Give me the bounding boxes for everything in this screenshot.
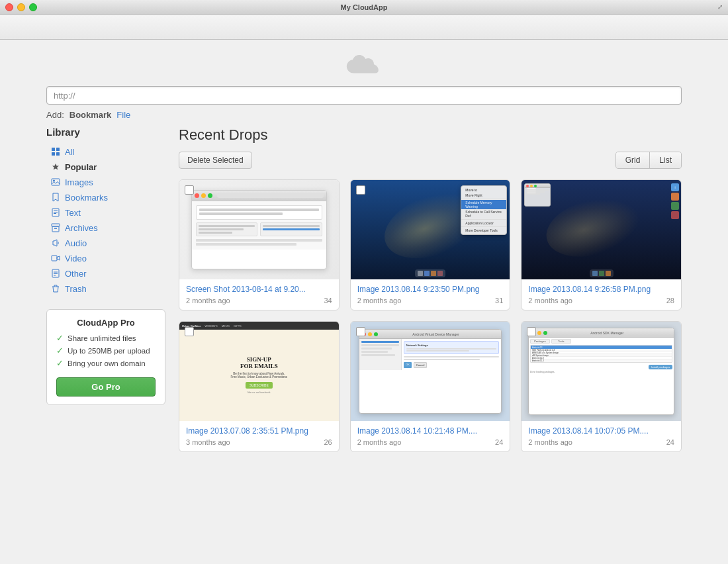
- grid-item-name-1: Screen Shot 2013-08-14 at 9.20...: [186, 285, 332, 294]
- grid-item-meta-6: 2 months ago 24: [528, 438, 674, 446]
- go-pro-button[interactable]: Go Pro: [56, 377, 156, 397]
- sidebar-item-popular[interactable]: Popular: [46, 160, 165, 174]
- add-label: Add:: [46, 110, 64, 120]
- svg-rect-0: [52, 148, 55, 151]
- pro-feature-2: ✓ Up to 250MB per upload: [56, 346, 156, 355]
- recent-drops-title: Recent Drops: [179, 126, 268, 144]
- view-toggle: Grid List: [615, 152, 682, 169]
- grid-item-checkbox-4[interactable]: [185, 327, 194, 336]
- check-icon-3: ✓: [56, 358, 64, 368]
- archives-icon: [50, 222, 61, 233]
- sidebar-item-archives[interactable]: Archives: [46, 220, 165, 235]
- grid-item-meta-1: 2 months ago 34: [186, 297, 332, 305]
- sidebar-item-trash[interactable]: Trash: [46, 281, 165, 296]
- all-icon: [50, 146, 61, 157]
- grid-item-thumb-1: [179, 180, 339, 279]
- grid-item-checkbox-5[interactable]: [356, 327, 365, 336]
- grid-item-meta-4: 3 months ago 26: [186, 438, 332, 446]
- grid-item-2[interactable]: Move to Move Right Schedule Memory Warni…: [350, 179, 511, 310]
- pro-box: CloudApp Pro ✓ Share unlimited files ✓ U…: [46, 309, 165, 405]
- grid-item-count-4: 26: [324, 438, 332, 446]
- sidebar-item-label-all: All: [65, 147, 74, 157]
- text-icon: [50, 207, 61, 218]
- svg-rect-2: [52, 152, 55, 156]
- grid-item-count-5: 24: [495, 438, 503, 446]
- audio-icon: [50, 238, 61, 248]
- sidebar-item-images[interactable]: Images: [46, 175, 165, 189]
- sidebar-item-label-archives: Archives: [65, 223, 98, 233]
- grid-item-info-5: Image 2013.08.14 10:21:48 PM.... 2 month…: [351, 421, 510, 451]
- add-bookmark-link[interactable]: Bookmark: [69, 110, 112, 120]
- bookmarks-icon: [50, 192, 61, 203]
- grid-item-checkbox-6[interactable]: [527, 327, 536, 336]
- close-button[interactable]: [5, 3, 13, 11]
- grid-item-4[interactable]: Urban Outfitter WOMEN'S MEN'S GIFTS SIGN…: [179, 321, 340, 452]
- grid-item-thumb-4: Urban Outfitter WOMEN'S MEN'S GIFTS SIGN…: [179, 322, 339, 421]
- svg-rect-1: [56, 148, 60, 151]
- grid-item-count-1: 34: [324, 297, 332, 305]
- minimize-button[interactable]: [17, 3, 25, 11]
- check-icon-2: ✓: [56, 346, 64, 355]
- grid-item-name-6: Image 2013.08.14 10:07:05 PM....: [528, 426, 674, 436]
- grid-item-1[interactable]: Screen Shot 2013-08-14 at 9.20... 2 mont…: [179, 179, 340, 310]
- grid-item-name-3: Image 2013.08.14 9:26:58 PM.png: [528, 285, 674, 294]
- popular-icon: [50, 162, 61, 172]
- video-icon: [50, 253, 61, 263]
- grid-item-checkbox-1[interactable]: [185, 185, 194, 195]
- grid-item-count-6: 24: [666, 438, 674, 446]
- pro-feature-label-1: Share unlimited files: [68, 334, 136, 342]
- grid-item-meta-3: 2 months ago 28: [528, 297, 674, 305]
- svg-rect-11: [52, 226, 59, 232]
- cloud-icon: [344, 53, 384, 79]
- sidebar-item-label-popular: Popular: [65, 162, 97, 172]
- sidebar-item-label-text: Text: [65, 208, 81, 218]
- grid-item-meta-2: 2 months ago 31: [357, 297, 504, 305]
- sidebar-item-other[interactable]: Other: [46, 266, 165, 281]
- add-file-link[interactable]: File: [116, 110, 130, 120]
- grid-item-time-5: 2 months ago: [357, 438, 402, 446]
- sidebar-item-audio[interactable]: Audio: [46, 236, 165, 250]
- pro-title: CloudApp Pro: [56, 318, 156, 328]
- images-icon: [50, 177, 61, 187]
- sidebar: Library All Popular Images: [46, 126, 165, 564]
- grid-item-count-3: 28: [666, 297, 674, 305]
- grid-view-button[interactable]: Grid: [616, 152, 651, 168]
- grid-item-count-2: 31: [495, 297, 503, 305]
- sidebar-item-text[interactable]: Text: [46, 205, 165, 220]
- sidebar-item-label-bookmarks: Bookmarks: [65, 193, 108, 203]
- grid-item-name-5: Image 2013.08.14 10:21:48 PM....: [357, 426, 504, 436]
- grid-item-checkbox-2[interactable]: [356, 185, 365, 195]
- grid-item-5[interactable]: Android Virtual Device Manager: [350, 321, 511, 452]
- url-input[interactable]: [46, 86, 682, 105]
- url-bar-area: [0, 86, 728, 110]
- grid-item-meta-5: 2 months ago 24: [357, 438, 504, 446]
- sidebar-item-label-video: Video: [65, 254, 87, 263]
- grid-item-6[interactable]: Android SDK Manager Packages Tools: [521, 321, 682, 452]
- delete-selected-button[interactable]: Delete Selected: [179, 152, 252, 169]
- grid-item-thumb-5: Android Virtual Device Manager: [351, 322, 510, 421]
- sidebar-item-video[interactable]: Video: [46, 251, 165, 265]
- content-area: Recent Drops Delete Selected Grid List: [179, 126, 682, 564]
- window-controls: [5, 3, 37, 11]
- svg-rect-3: [56, 152, 60, 156]
- svg-rect-4: [52, 179, 60, 185]
- maximize-button[interactable]: [29, 3, 37, 11]
- grid-item-info-6: Image 2013.08.14 10:07:05 PM.... 2 month…: [522, 421, 681, 451]
- grid-item-thumb-6: Android SDK Manager Packages Tools: [522, 322, 681, 421]
- grid-item-thumb-2: Move to Move Right Schedule Memory Warni…: [351, 180, 510, 279]
- toolbar-row: Delete Selected Grid List: [179, 152, 682, 169]
- sidebar-item-all[interactable]: All: [46, 144, 165, 159]
- cloud-area: [0, 40, 728, 86]
- grid-item-thumb-3: i: [522, 180, 681, 279]
- list-view-button[interactable]: List: [650, 152, 681, 168]
- expand-icon[interactable]: ⤢: [717, 3, 723, 11]
- sidebar-item-label-audio: Audio: [65, 238, 87, 248]
- grid-item-info-2: Image 2013.08.14 9:23:50 PM.png 2 months…: [351, 279, 510, 310]
- main-layout: Library All Popular Images: [0, 120, 728, 564]
- window-title: My CloudApp: [341, 3, 388, 11]
- sidebar-item-bookmarks[interactable]: Bookmarks: [46, 190, 165, 205]
- add-bar: Add: Bookmark File: [0, 110, 728, 120]
- pro-feature-label-2: Up to 250MB per upload: [68, 347, 150, 355]
- grid-item-3[interactable]: i Image 2013.08.14 9:26:: [521, 179, 682, 310]
- grid-item-time-1: 2 months ago: [186, 297, 230, 305]
